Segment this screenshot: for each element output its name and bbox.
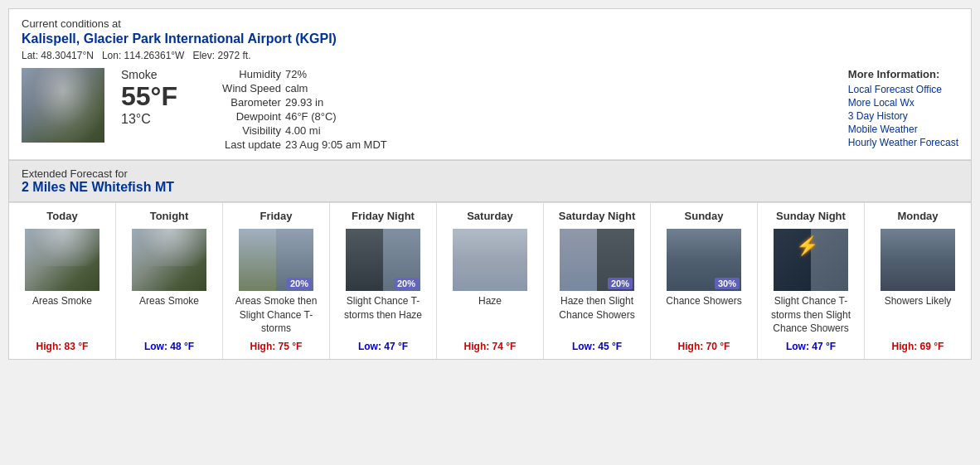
more-info-title: More Information: bbox=[848, 68, 958, 80]
temperature-c: 13°C bbox=[121, 112, 177, 127]
weather-image bbox=[22, 68, 104, 143]
forecast-temp: Low: 47 °F bbox=[761, 341, 861, 352]
forecast-image: 20% bbox=[346, 229, 420, 291]
lastupdate-row: Last update 23 Aug 9:05 am MDT bbox=[206, 138, 387, 151]
visibility-label: Visibility bbox=[206, 124, 281, 137]
visibility-value: 4.00 mi bbox=[285, 124, 321, 137]
forecast-image: 20% bbox=[239, 229, 313, 291]
forecast-description: Slight Chance T-storms then Haze bbox=[333, 294, 433, 336]
temperature-f: 55°F bbox=[121, 81, 177, 112]
forecast-temp: High: 83 °F bbox=[12, 341, 112, 352]
forecast-item: Sunday 30% Chance Showers High: 70 °F bbox=[651, 203, 758, 359]
forecast-temp: High: 74 °F bbox=[440, 341, 540, 352]
forecast-description: Haze bbox=[440, 294, 540, 336]
forecast-temp: High: 70 °F bbox=[654, 341, 754, 352]
forecast-image bbox=[132, 229, 206, 291]
forecast-description: Areas Smoke then Slight Chance T-storms bbox=[226, 294, 326, 336]
temp-block: Smoke 55°F 13°C bbox=[121, 68, 177, 127]
precip-badge: 20% bbox=[394, 278, 419, 289]
more-info-link[interactable]: More Local Wx bbox=[848, 97, 958, 109]
forecast-description: Areas Smoke bbox=[119, 294, 219, 336]
precip-badge: 20% bbox=[287, 278, 312, 289]
dewpoint-value: 46°F (8°C) bbox=[285, 110, 337, 123]
forecast-item: Today Areas Smoke High: 83 °F bbox=[9, 203, 116, 359]
forecast-description: Areas Smoke bbox=[12, 294, 112, 336]
humidity-row: Humidity 72% bbox=[206, 68, 387, 80]
precip-badge: 30% bbox=[715, 278, 740, 289]
station-coords: Lat: 48.30417°N Lon: 114.26361°W Elev: 2… bbox=[22, 50, 958, 61]
weather-description: Smoke bbox=[121, 68, 177, 81]
humidity-value: 72% bbox=[285, 68, 307, 80]
forecast-item: Friday Night 20% Slight Chance T-storms … bbox=[330, 203, 437, 359]
wind-value: calm bbox=[285, 82, 308, 94]
forecast-item: Saturday Night 20% Haze then Slight Chan… bbox=[544, 203, 651, 359]
more-info-block: More Information: Local Forecast OfficeM… bbox=[848, 68, 958, 150]
forecast-image: 30% bbox=[667, 229, 741, 291]
forecast-temp: Low: 47 °F bbox=[333, 341, 433, 352]
forecast-day: Saturday bbox=[440, 210, 540, 224]
lastupdate-label: Last update bbox=[206, 138, 281, 151]
more-info-link[interactable]: Mobile Weather bbox=[848, 124, 958, 135]
extended-location: 2 Miles NE Whitefish MT bbox=[22, 180, 958, 195]
forecast-item: Friday 20% Areas Smoke then Slight Chanc… bbox=[223, 203, 330, 359]
extended-header: Extended Forecast for 2 Miles NE Whitefi… bbox=[9, 160, 971, 202]
extended-title: Extended Forecast for bbox=[22, 167, 958, 180]
forecast-item: Monday Showers Likely High: 69 °F bbox=[865, 203, 971, 359]
dewpoint-label: Dewpoint bbox=[206, 110, 281, 123]
forecast-temp: High: 69 °F bbox=[868, 341, 968, 352]
more-info-links: Local Forecast OfficeMore Local Wx3 Day … bbox=[848, 84, 958, 148]
more-info-link[interactable]: 3 Day History bbox=[848, 110, 958, 122]
forecast-grid: Today Areas Smoke High: 83 °F Tonight Ar… bbox=[9, 202, 971, 359]
humidity-label: Humidity bbox=[206, 68, 281, 80]
forecast-description: Showers Likely bbox=[868, 294, 968, 336]
visibility-row: Visibility 4.00 mi bbox=[206, 124, 387, 137]
wind-label: Wind Speed bbox=[206, 82, 281, 94]
forecast-image: ⚡ bbox=[774, 229, 848, 291]
current-title: Current conditions at bbox=[22, 17, 958, 30]
more-info-link[interactable]: Hourly Weather Forecast bbox=[848, 137, 958, 148]
forecast-image bbox=[25, 229, 99, 291]
forecast-image bbox=[453, 229, 527, 291]
forecast-description: Haze then Slight Chance Showers bbox=[547, 294, 647, 336]
forecast-day: Saturday Night bbox=[547, 210, 647, 224]
forecast-image bbox=[881, 229, 955, 291]
forecast-description: Chance Showers bbox=[654, 294, 754, 336]
details-block: Humidity 72% Wind Speed calm Barometer 2… bbox=[206, 68, 387, 151]
precip-badge: 20% bbox=[608, 278, 633, 289]
baro-row: Barometer 29.93 in bbox=[206, 96, 387, 109]
forecast-temp: Low: 45 °F bbox=[547, 341, 647, 352]
dewpoint-row: Dewpoint 46°F (8°C) bbox=[206, 110, 387, 123]
lastupdate-value: 23 Aug 9:05 am MDT bbox=[285, 138, 387, 151]
station-name: Kalispell, Glacier Park International Ai… bbox=[22, 31, 958, 46]
wind-row: Wind Speed calm bbox=[206, 82, 387, 94]
forecast-temp: Low: 48 °F bbox=[119, 341, 219, 352]
more-info-link[interactable]: Local Forecast Office bbox=[848, 84, 958, 95]
forecast-day: Sunday bbox=[654, 210, 754, 224]
forecast-day: Monday bbox=[868, 210, 968, 224]
forecast-day: Friday Night bbox=[333, 210, 433, 224]
forecast-day: Friday bbox=[226, 210, 326, 224]
forecast-item: Tonight Areas Smoke Low: 48 °F bbox=[116, 203, 223, 359]
forecast-image: 20% bbox=[560, 229, 634, 291]
forecast-item: Sunday Night ⚡ Slight Chance T-storms th… bbox=[758, 203, 865, 359]
forecast-day: Tonight bbox=[119, 210, 219, 224]
forecast-day: Today bbox=[12, 210, 112, 224]
forecast-description: Slight Chance T-storms then Slight Chanc… bbox=[761, 294, 861, 336]
forecast-day: Sunday Night bbox=[761, 210, 861, 224]
forecast-item: Saturday Haze High: 74 °F bbox=[437, 203, 544, 359]
forecast-temp: High: 75 °F bbox=[226, 341, 326, 352]
baro-label: Barometer bbox=[206, 96, 281, 109]
baro-value: 29.93 in bbox=[285, 96, 323, 109]
